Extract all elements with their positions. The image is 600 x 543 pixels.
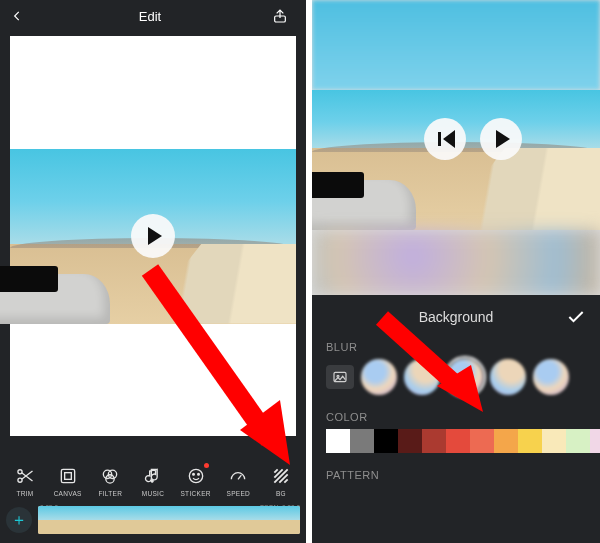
- tool-trim[interactable]: TRIM: [6, 465, 44, 497]
- color-swatch-1[interactable]: [350, 429, 374, 453]
- blur-option-3[interactable]: [447, 359, 483, 395]
- back-icon[interactable]: [10, 9, 28, 23]
- tool-bg[interactable]: BG: [262, 465, 300, 497]
- blur-options-row: [312, 359, 600, 403]
- color-swatch-4[interactable]: [422, 429, 446, 453]
- play-icon: [496, 130, 510, 148]
- panel-title: Background: [419, 309, 494, 325]
- color-swatch-5[interactable]: [446, 429, 470, 453]
- share-icon[interactable]: [272, 8, 290, 24]
- section-label-pattern: PATTERN: [312, 459, 600, 487]
- video-canvas-preview[interactable]: [312, 0, 600, 295]
- color-swatch-0[interactable]: [326, 429, 350, 453]
- scissors-icon: [14, 465, 36, 487]
- section-label-blur: BLUR: [312, 333, 600, 359]
- tool-row: TRIM CANVAS FILTER MUSIC STICKER SPEED B…: [0, 465, 306, 497]
- timeline-row: ＋: [0, 501, 306, 543]
- background-panel-screen: Background BLUR COLOR PATTERN: [312, 0, 600, 543]
- pick-image-button[interactable]: [326, 365, 354, 389]
- tool-speed[interactable]: SPEED: [219, 465, 257, 497]
- confirm-button[interactable]: [566, 307, 586, 327]
- color-swatch-3[interactable]: [398, 429, 422, 453]
- music-icon: [142, 465, 164, 487]
- color-swatch-6[interactable]: [470, 429, 494, 453]
- editor-screen-left: Edit TRIM CANVAS FILTER: [0, 0, 306, 543]
- sticker-icon: [185, 465, 207, 487]
- page-title: Edit: [28, 9, 272, 24]
- color-swatch-8[interactable]: [518, 429, 542, 453]
- tool-music[interactable]: MUSIC: [134, 465, 172, 497]
- video-canvas[interactable]: [10, 36, 296, 436]
- skip-previous-button[interactable]: [424, 118, 466, 160]
- tool-canvas[interactable]: CANVAS: [49, 465, 87, 497]
- color-swatch-2[interactable]: [374, 429, 398, 453]
- color-swatch-7[interactable]: [494, 429, 518, 453]
- color-swatch-row: [312, 429, 600, 459]
- color-swatch-11[interactable]: [590, 429, 600, 453]
- background-icon: [270, 465, 292, 487]
- play-button[interactable]: [131, 214, 175, 258]
- blur-option-5[interactable]: [533, 359, 569, 395]
- blur-option-2[interactable]: [404, 359, 440, 395]
- svg-point-9: [192, 474, 194, 476]
- filter-icon: [99, 465, 121, 487]
- tool-sticker[interactable]: STICKER: [177, 465, 215, 497]
- svg-point-10: [197, 474, 199, 476]
- tool-filter[interactable]: FILTER: [91, 465, 129, 497]
- blur-option-4[interactable]: [490, 359, 526, 395]
- svg-point-8: [189, 469, 202, 482]
- timeline-strip[interactable]: [38, 506, 300, 534]
- play-button[interactable]: [480, 118, 522, 160]
- top-bar: Edit: [0, 0, 306, 32]
- canvas-icon: [57, 465, 79, 487]
- svg-rect-4: [64, 473, 71, 480]
- blur-option-1[interactable]: [361, 359, 397, 395]
- color-swatch-9[interactable]: [542, 429, 566, 453]
- speed-icon: [227, 465, 249, 487]
- svg-rect-3: [61, 469, 74, 482]
- play-icon: [148, 227, 162, 245]
- plus-icon: ＋: [11, 510, 27, 531]
- notification-dot-icon: [204, 463, 209, 468]
- section-label-color: COLOR: [312, 403, 600, 429]
- color-swatch-10[interactable]: [566, 429, 590, 453]
- panel-title-row: Background: [312, 295, 600, 333]
- skip-previous-icon: [438, 132, 452, 146]
- add-clip-button[interactable]: ＋: [6, 507, 32, 533]
